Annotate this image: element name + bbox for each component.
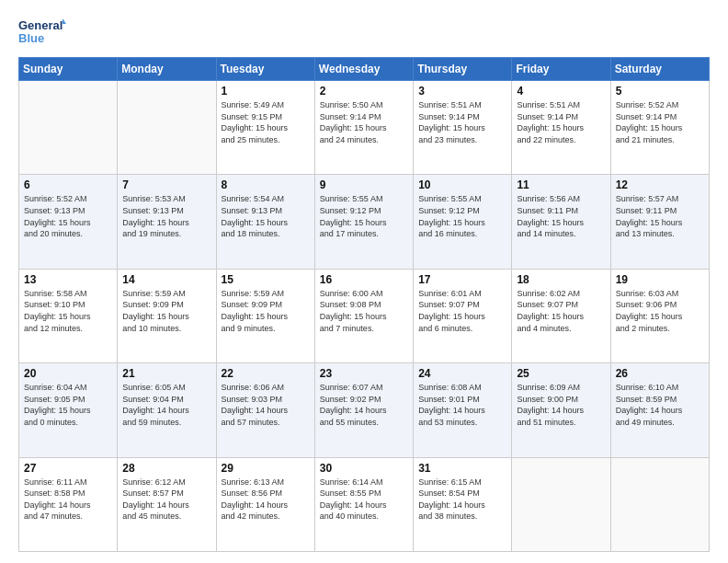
weekday-header-tuesday: Tuesday — [216, 58, 314, 81]
day-number: 30 — [320, 462, 408, 475]
day-number: 26 — [616, 367, 704, 380]
day-number: 3 — [418, 85, 506, 98]
day-detail: Sunrise: 5:57 AM Sunset: 9:11 PM Dayligh… — [616, 193, 704, 239]
weekday-header-wednesday: Wednesday — [314, 58, 413, 81]
day-number: 27 — [24, 462, 112, 475]
day-detail: Sunrise: 6:15 AM Sunset: 8:54 PM Dayligh… — [418, 477, 506, 523]
day-detail: Sunrise: 5:59 AM Sunset: 9:09 PM Dayligh… — [222, 288, 310, 334]
calendar-cell: 1Sunrise: 5:49 AM Sunset: 9:15 PM Daylig… — [216, 81, 314, 175]
day-number: 19 — [616, 273, 704, 286]
day-number: 12 — [616, 178, 704, 191]
day-number: 6 — [24, 178, 112, 191]
day-number: 16 — [320, 273, 408, 286]
day-detail: Sunrise: 6:07 AM Sunset: 9:02 PM Dayligh… — [320, 382, 408, 428]
day-detail: Sunrise: 5:52 AM Sunset: 9:13 PM Dayligh… — [24, 193, 112, 239]
svg-text:General: General — [18, 18, 63, 32]
calendar-cell: 15Sunrise: 5:59 AM Sunset: 9:09 PM Dayli… — [216, 269, 314, 362]
day-number: 24 — [418, 367, 506, 380]
calendar-cell: 21Sunrise: 6:05 AM Sunset: 9:04 PM Dayli… — [118, 363, 216, 457]
day-detail: Sunrise: 6:10 AM Sunset: 8:59 PM Dayligh… — [616, 382, 704, 428]
calendar-cell: 11Sunrise: 5:56 AM Sunset: 9:11 PM Dayli… — [512, 175, 610, 269]
week-row-5: 27Sunrise: 6:11 AM Sunset: 8:58 PM Dayli… — [19, 457, 710, 551]
calendar-cell: 12Sunrise: 5:57 AM Sunset: 9:11 PM Dayli… — [610, 175, 709, 269]
day-number: 18 — [517, 273, 605, 286]
day-number: 22 — [222, 367, 310, 380]
week-row-1: 1Sunrise: 5:49 AM Sunset: 9:15 PM Daylig… — [19, 81, 710, 175]
day-number: 14 — [122, 273, 210, 286]
page-header: General Blue — [18, 15, 710, 48]
day-detail: Sunrise: 6:00 AM Sunset: 9:08 PM Dayligh… — [320, 288, 408, 334]
calendar-cell: 26Sunrise: 6:10 AM Sunset: 8:59 PM Dayli… — [610, 363, 709, 457]
day-detail: Sunrise: 5:50 AM Sunset: 9:14 PM Dayligh… — [320, 99, 408, 145]
day-number: 11 — [517, 178, 605, 191]
calendar-cell — [512, 457, 610, 551]
day-detail: Sunrise: 5:52 AM Sunset: 9:14 PM Dayligh… — [616, 99, 704, 145]
calendar-cell: 5Sunrise: 5:52 AM Sunset: 9:14 PM Daylig… — [610, 81, 709, 175]
day-detail: Sunrise: 6:12 AM Sunset: 8:57 PM Dayligh… — [122, 477, 210, 523]
calendar-table: SundayMondayTuesdayWednesdayThursdayFrid… — [18, 57, 710, 552]
day-number: 9 — [320, 178, 408, 191]
day-number: 28 — [122, 462, 210, 475]
weekday-header-row: SundayMondayTuesdayWednesdayThursdayFrid… — [19, 58, 710, 81]
weekday-header-sunday: Sunday — [19, 58, 118, 81]
calendar-cell: 23Sunrise: 6:07 AM Sunset: 9:02 PM Dayli… — [314, 363, 413, 457]
day-number: 5 — [616, 85, 704, 98]
day-detail: Sunrise: 5:56 AM Sunset: 9:11 PM Dayligh… — [517, 193, 605, 239]
day-detail: Sunrise: 6:08 AM Sunset: 9:01 PM Dayligh… — [418, 382, 506, 428]
day-number: 23 — [320, 367, 408, 380]
day-detail: Sunrise: 5:53 AM Sunset: 9:13 PM Dayligh… — [122, 193, 210, 239]
calendar-cell: 9Sunrise: 5:55 AM Sunset: 9:12 PM Daylig… — [314, 175, 413, 269]
day-number: 15 — [222, 273, 310, 286]
day-number: 13 — [24, 273, 112, 286]
day-detail: Sunrise: 5:58 AM Sunset: 9:10 PM Dayligh… — [24, 288, 112, 334]
calendar-cell: 7Sunrise: 5:53 AM Sunset: 9:13 PM Daylig… — [118, 175, 216, 269]
calendar-cell: 17Sunrise: 6:01 AM Sunset: 9:07 PM Dayli… — [414, 269, 512, 362]
calendar-cell: 3Sunrise: 5:51 AM Sunset: 9:14 PM Daylig… — [414, 81, 512, 175]
calendar-cell: 8Sunrise: 5:54 AM Sunset: 9:13 PM Daylig… — [216, 175, 314, 269]
calendar-cell: 4Sunrise: 5:51 AM Sunset: 9:14 PM Daylig… — [512, 81, 610, 175]
day-detail: Sunrise: 6:02 AM Sunset: 9:07 PM Dayligh… — [517, 288, 605, 334]
week-row-4: 20Sunrise: 6:04 AM Sunset: 9:05 PM Dayli… — [19, 363, 710, 457]
day-number: 21 — [122, 367, 210, 380]
day-detail: Sunrise: 6:05 AM Sunset: 9:04 PM Dayligh… — [122, 382, 210, 428]
calendar-cell: 28Sunrise: 6:12 AM Sunset: 8:57 PM Dayli… — [118, 457, 216, 551]
day-number: 2 — [320, 85, 408, 98]
calendar-cell — [19, 81, 118, 175]
svg-marker-1 — [63, 18, 66, 24]
calendar-cell: 14Sunrise: 5:59 AM Sunset: 9:09 PM Dayli… — [118, 269, 216, 362]
calendar-cell: 2Sunrise: 5:50 AM Sunset: 9:14 PM Daylig… — [314, 81, 413, 175]
calendar-cell: 25Sunrise: 6:09 AM Sunset: 9:00 PM Dayli… — [512, 363, 610, 457]
calendar-cell: 27Sunrise: 6:11 AM Sunset: 8:58 PM Dayli… — [19, 457, 118, 551]
calendar-cell: 29Sunrise: 6:13 AM Sunset: 8:56 PM Dayli… — [216, 457, 314, 551]
day-number: 4 — [517, 85, 605, 98]
day-detail: Sunrise: 6:01 AM Sunset: 9:07 PM Dayligh… — [418, 288, 506, 334]
week-row-2: 6Sunrise: 5:52 AM Sunset: 9:13 PM Daylig… — [19, 175, 710, 269]
day-number: 8 — [222, 178, 310, 191]
day-detail: Sunrise: 5:54 AM Sunset: 9:13 PM Dayligh… — [222, 193, 310, 239]
day-detail: Sunrise: 6:14 AM Sunset: 8:55 PM Dayligh… — [320, 477, 408, 523]
calendar-cell: 30Sunrise: 6:14 AM Sunset: 8:55 PM Dayli… — [314, 457, 413, 551]
day-number: 7 — [122, 178, 210, 191]
calendar-cell: 18Sunrise: 6:02 AM Sunset: 9:07 PM Dayli… — [512, 269, 610, 362]
weekday-header-friday: Friday — [512, 58, 610, 81]
day-detail: Sunrise: 6:03 AM Sunset: 9:06 PM Dayligh… — [616, 288, 704, 334]
calendar-cell: 16Sunrise: 6:00 AM Sunset: 9:08 PM Dayli… — [314, 269, 413, 362]
logo-svg: General Blue — [18, 15, 66, 48]
day-number: 25 — [517, 367, 605, 380]
day-number: 1 — [222, 85, 310, 98]
weekday-header-monday: Monday — [118, 58, 216, 81]
day-detail: Sunrise: 6:11 AM Sunset: 8:58 PM Dayligh… — [24, 477, 112, 523]
calendar-cell: 20Sunrise: 6:04 AM Sunset: 9:05 PM Dayli… — [19, 363, 118, 457]
day-detail: Sunrise: 6:04 AM Sunset: 9:05 PM Dayligh… — [24, 382, 112, 428]
weekday-header-saturday: Saturday — [610, 58, 709, 81]
day-detail: Sunrise: 5:49 AM Sunset: 9:15 PM Dayligh… — [222, 99, 310, 145]
day-detail: Sunrise: 5:59 AM Sunset: 9:09 PM Dayligh… — [122, 288, 210, 334]
calendar-cell: 22Sunrise: 6:06 AM Sunset: 9:03 PM Dayli… — [216, 363, 314, 457]
svg-text:Blue: Blue — [18, 31, 44, 45]
day-number: 31 — [418, 462, 506, 475]
calendar-cell: 24Sunrise: 6:08 AM Sunset: 9:01 PM Dayli… — [414, 363, 512, 457]
day-detail: Sunrise: 6:09 AM Sunset: 9:00 PM Dayligh… — [517, 382, 605, 428]
calendar-cell: 13Sunrise: 5:58 AM Sunset: 9:10 PM Dayli… — [19, 269, 118, 362]
week-row-3: 13Sunrise: 5:58 AM Sunset: 9:10 PM Dayli… — [19, 269, 710, 362]
calendar-cell: 10Sunrise: 5:55 AM Sunset: 9:12 PM Dayli… — [414, 175, 512, 269]
